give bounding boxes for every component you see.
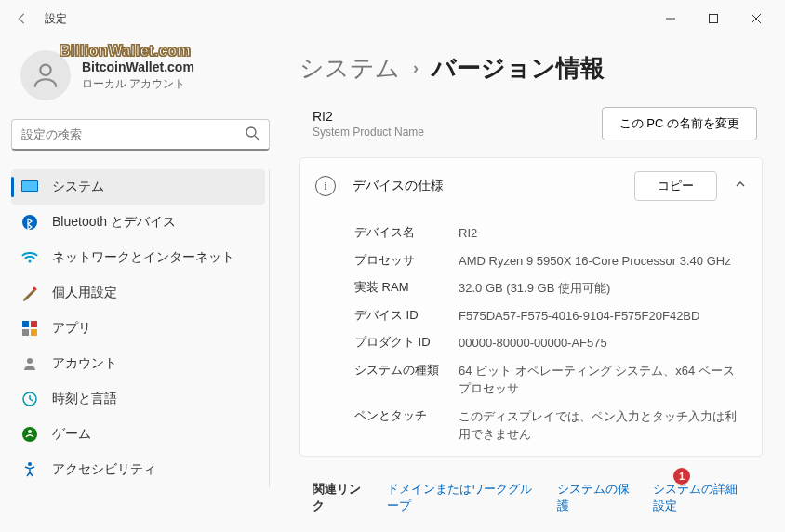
maximize-button[interactable] bbox=[692, 4, 735, 33]
titlebar: 設定 bbox=[0, 0, 785, 37]
sidebar-item-network[interactable]: ネットワークとインターネット bbox=[11, 240, 265, 275]
search-input[interactable] bbox=[21, 127, 245, 141]
sidebar-item-label: アカウント bbox=[52, 355, 117, 372]
svg-rect-14 bbox=[22, 329, 29, 336]
svg-rect-8 bbox=[22, 181, 37, 191]
apps-icon bbox=[20, 319, 39, 338]
breadcrumb: システム › バージョン情報 bbox=[299, 52, 763, 85]
annotation-badge: 1 bbox=[673, 468, 690, 485]
svg-rect-13 bbox=[31, 321, 37, 327]
nav-list: システム Bluetooth とデバイス ネットワークとインターネット 個人用設… bbox=[11, 169, 270, 487]
link-advanced-system-settings[interactable]: システムの詳細設定 bbox=[653, 481, 750, 514]
spec-row: システムの種類64 ビット オペレーティング システム、x64 ベース プロセッ… bbox=[354, 357, 747, 403]
account-icon bbox=[20, 354, 39, 373]
search-box[interactable] bbox=[11, 119, 270, 151]
sidebar-item-game[interactable]: ゲーム bbox=[11, 417, 265, 452]
accessibility-icon bbox=[20, 460, 39, 479]
sidebar-item-system[interactable]: システム bbox=[11, 169, 265, 205]
link-domain-workgroup[interactable]: ドメインまたはワークグループ bbox=[387, 481, 538, 514]
spec-row: プロダクト ID00000-80000-00000-AF575 bbox=[354, 329, 747, 357]
profile-section[interactable]: BitcoinWallet.com ローカル アカウント BillionWall… bbox=[11, 37, 270, 119]
spec-table: デバイス名RI2 プロセッサAMD Ryzen 9 5950X 16-Core … bbox=[300, 214, 762, 456]
sidebar-item-bluetooth[interactable]: Bluetooth とデバイス bbox=[11, 205, 265, 240]
spec-row: ペンとタッチこのディスプレイでは、ペン入力とタッチ入力は利用できません bbox=[354, 403, 747, 448]
minimize-button[interactable] bbox=[649, 4, 692, 33]
svg-rect-15 bbox=[31, 329, 37, 336]
svg-rect-1 bbox=[710, 15, 718, 23]
copy-button[interactable]: コピー bbox=[634, 171, 717, 201]
profile-type: ローカル アカウント bbox=[82, 76, 194, 92]
sidebar-item-label: システム bbox=[52, 179, 104, 195]
svg-rect-12 bbox=[22, 321, 29, 327]
sidebar-item-account[interactable]: アカウント bbox=[11, 346, 265, 381]
related-links: 関連リンク ドメインまたはワークグループ システムの保護 システムの詳細設定 1 bbox=[299, 466, 763, 529]
breadcrumb-parent[interactable]: システム bbox=[299, 52, 400, 85]
search-icon bbox=[245, 126, 259, 144]
sidebar-item-apps[interactable]: アプリ bbox=[11, 311, 265, 346]
sidebar-item-label: Bluetooth とデバイス bbox=[52, 214, 176, 231]
sidebar-item-label: アクセシビリティ bbox=[52, 461, 156, 478]
sidebar-item-label: ネットワークとインターネット bbox=[52, 249, 234, 266]
device-spec-card: i デバイスの仕様 コピー デバイス名RI2 プロセッサAMD Ryzen 9 … bbox=[299, 157, 763, 457]
device-product-name: System Product Name bbox=[313, 126, 424, 139]
sidebar-item-time[interactable]: 時刻と言語 bbox=[11, 381, 265, 417]
content-area: システム › バージョン情報 RI2 System Product Name こ… bbox=[281, 37, 785, 532]
close-button[interactable] bbox=[735, 4, 778, 33]
sidebar: BitcoinWallet.com ローカル アカウント BillionWall… bbox=[0, 37, 281, 532]
device-header: RI2 System Product Name この PC の名前を変更 bbox=[299, 107, 763, 157]
info-icon: i bbox=[315, 176, 336, 196]
avatar-icon bbox=[20, 50, 71, 100]
svg-point-21 bbox=[28, 430, 32, 433]
svg-point-4 bbox=[40, 65, 50, 75]
sidebar-item-accessibility[interactable]: アクセシビリティ bbox=[11, 452, 265, 487]
device-name: RI2 bbox=[313, 109, 424, 124]
spec-row: プロセッサAMD Ryzen 9 5950X 16-Core Processor… bbox=[354, 247, 747, 275]
spec-header[interactable]: i デバイスの仕様 コピー bbox=[300, 158, 762, 214]
svg-point-22 bbox=[28, 462, 32, 466]
related-label: 関連リンク bbox=[313, 481, 366, 514]
svg-line-6 bbox=[255, 136, 259, 140]
sidebar-item-label: 時刻と言語 bbox=[52, 391, 117, 407]
spec-row: 実装 RAM32.0 GB (31.9 GB 使用可能) bbox=[354, 274, 747, 302]
spec-row: デバイス IDF575DA57-F575-4016-9104-F575F20F4… bbox=[354, 302, 747, 330]
rename-pc-button[interactable]: この PC の名前を変更 bbox=[602, 107, 757, 140]
sidebar-item-label: 個人用設定 bbox=[52, 285, 117, 301]
spec-title: デバイスの仕様 bbox=[353, 178, 634, 194]
svg-point-5 bbox=[246, 127, 256, 137]
time-icon bbox=[20, 390, 39, 408]
bluetooth-icon bbox=[20, 213, 39, 232]
watermark-text: BillionWallet.com bbox=[60, 43, 191, 60]
network-icon bbox=[20, 248, 39, 267]
svg-line-19 bbox=[30, 399, 33, 401]
sidebar-item-label: アプリ bbox=[52, 320, 91, 337]
chevron-up-icon bbox=[734, 178, 747, 194]
sidebar-item-personalize[interactable]: 個人用設定 bbox=[11, 275, 265, 311]
window-title: 設定 bbox=[45, 11, 67, 27]
sidebar-item-label: ゲーム bbox=[52, 426, 91, 443]
profile-name: BitcoinWallet.com bbox=[82, 60, 194, 74]
svg-point-16 bbox=[27, 358, 33, 364]
game-icon bbox=[20, 425, 39, 444]
back-button[interactable] bbox=[7, 4, 37, 33]
personalize-icon bbox=[20, 284, 39, 302]
breadcrumb-sep-icon: › bbox=[413, 59, 419, 78]
system-icon bbox=[20, 178, 39, 196]
link-system-protection[interactable]: システムの保護 bbox=[557, 481, 632, 514]
svg-point-10 bbox=[29, 260, 32, 263]
page-title: バージョン情報 bbox=[432, 52, 605, 85]
spec-row: デバイス名RI2 bbox=[354, 219, 747, 247]
